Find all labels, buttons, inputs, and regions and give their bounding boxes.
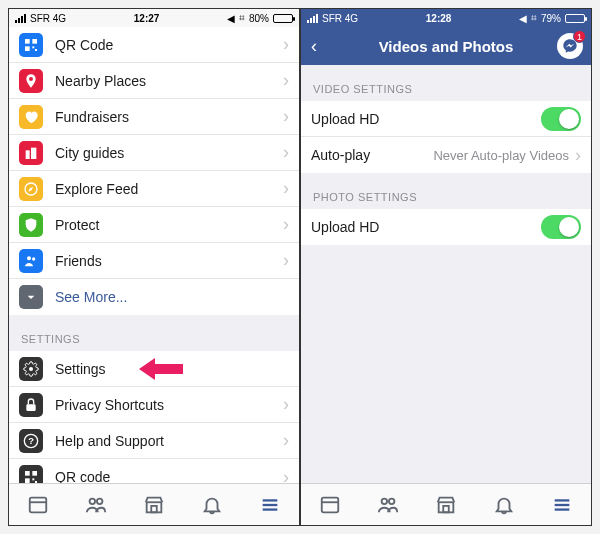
menu-item-label: Help and Support <box>55 433 283 449</box>
svg-point-8 <box>27 256 31 260</box>
svg-rect-3 <box>32 46 34 48</box>
friends-icon <box>19 249 43 273</box>
svg-rect-24 <box>151 505 157 511</box>
svg-rect-14 <box>25 471 30 476</box>
setting-row-upload-hd[interactable]: Upload HD <box>301 101 591 137</box>
clock: 12:28 <box>426 13 452 24</box>
svg-rect-5 <box>26 150 30 159</box>
tab-menu[interactable] <box>241 494 299 516</box>
nav-bar: ‹ Videos and Photos 1 <box>301 27 591 65</box>
svg-point-30 <box>382 498 388 504</box>
tab-feed[interactable] <box>301 494 359 516</box>
chevron-right-icon: › <box>283 178 289 199</box>
menu-item-nearby-places[interactable]: Nearby Places› <box>9 63 299 99</box>
battery-icon <box>565 14 585 23</box>
chevron-right-icon: › <box>283 467 289 484</box>
help-icon: ? <box>19 429 43 453</box>
tab-menu[interactable] <box>533 494 591 516</box>
pin-icon <box>19 69 43 93</box>
menu-item-qr-code[interactable]: QR Code› <box>9 27 299 63</box>
svg-point-22 <box>97 498 103 504</box>
heart-icon <box>19 105 43 129</box>
battery-pct: 80% <box>249 13 269 24</box>
svg-rect-11 <box>26 404 35 411</box>
svg-rect-19 <box>30 497 47 512</box>
tab-friends[interactable] <box>67 494 125 516</box>
menu-item-see-more[interactable]: See More... <box>9 279 299 315</box>
tab-notifications[interactable] <box>183 494 241 516</box>
location-icon: ◀ <box>519 13 527 24</box>
nav-title: Videos and Photos <box>379 38 514 55</box>
chevron-right-icon: › <box>575 145 581 166</box>
right-screenshot: SFR 4G 12:28 ◀ ⌗ 79% ‹ Videos and Photos… <box>300 8 592 526</box>
menu-item-label: Nearby Places <box>55 73 283 89</box>
tab-friends[interactable] <box>359 494 417 516</box>
city-icon <box>19 141 43 165</box>
messenger-badge: 1 <box>573 30 586 43</box>
menu-item-settings[interactable]: Settings <box>9 351 299 387</box>
svg-rect-16 <box>25 478 30 483</box>
menu-item-explore-feed[interactable]: Explore Feed› <box>9 171 299 207</box>
compass-icon <box>19 177 43 201</box>
carrier-label: SFR 4G <box>322 13 358 24</box>
video-section-header: VIDEO SETTINGS <box>301 65 591 101</box>
menu-content: QR Code›Nearby Places›Fundraisers›City g… <box>9 27 299 483</box>
svg-point-9 <box>32 257 35 260</box>
messenger-button[interactable]: 1 <box>557 33 583 59</box>
setting-label: Auto-play <box>311 147 433 163</box>
svg-rect-28 <box>322 497 339 512</box>
menu-item-protect[interactable]: Protect› <box>9 207 299 243</box>
qr-icon <box>19 33 43 57</box>
svg-point-21 <box>90 498 96 504</box>
tab-marketplace[interactable] <box>125 494 183 516</box>
tab-notifications[interactable] <box>475 494 533 516</box>
battery-pct: 79% <box>541 13 561 24</box>
gear-icon <box>19 357 43 381</box>
menu-item-label: Explore Feed <box>55 181 283 197</box>
tab-marketplace[interactable] <box>417 494 475 516</box>
chevron-right-icon: › <box>283 70 289 91</box>
bluetooth-icon: ⌗ <box>531 12 537 24</box>
clock: 12:27 <box>134 13 160 24</box>
left-screenshot: SFR 4G 12:27 ◀ ⌗ 80% QR Code›Nearby Plac… <box>8 8 300 526</box>
chevron-right-icon: › <box>283 34 289 55</box>
svg-rect-32 <box>439 502 454 512</box>
toggle-switch[interactable] <box>541 215 581 239</box>
bluetooth-icon: ⌗ <box>239 12 245 24</box>
tab-bar <box>301 483 591 525</box>
location-icon: ◀ <box>227 13 235 24</box>
chevron-right-icon: › <box>283 214 289 235</box>
shield-icon <box>19 213 43 237</box>
menu-item-label: QR code <box>55 469 283 483</box>
status-bar: SFR 4G 12:28 ◀ ⌗ 79% <box>301 9 591 27</box>
menu-item-city-guides[interactable]: City guides› <box>9 135 299 171</box>
menu-item-label: Fundraisers <box>55 109 283 125</box>
svg-rect-15 <box>32 471 37 476</box>
toggle-switch[interactable] <box>541 107 581 131</box>
svg-rect-17 <box>32 478 34 480</box>
chevron-right-icon: › <box>283 250 289 271</box>
chevron-right-icon: › <box>283 106 289 127</box>
menu-item-qr-code[interactable]: QR code› <box>9 459 299 483</box>
svg-rect-1 <box>32 39 37 44</box>
setting-row-auto-play[interactable]: Auto-playNever Auto-play Videos› <box>301 137 591 173</box>
svg-rect-2 <box>25 46 30 51</box>
carrier-label: SFR 4G <box>30 13 66 24</box>
svg-rect-33 <box>443 505 449 511</box>
menu-item-friends[interactable]: Friends› <box>9 243 299 279</box>
svg-rect-6 <box>31 147 36 158</box>
setting-row-upload-hd[interactable]: Upload HD <box>301 209 591 245</box>
menu-item-help-and-support[interactable]: ?Help and Support› <box>9 423 299 459</box>
chevdown-icon <box>19 285 43 309</box>
svg-rect-0 <box>25 39 30 44</box>
menu-item-fundraisers[interactable]: Fundraisers› <box>9 99 299 135</box>
setting-label: Upload HD <box>311 219 541 235</box>
chevron-right-icon: › <box>283 142 289 163</box>
battery-icon <box>273 14 293 23</box>
menu-item-label: See More... <box>55 289 289 305</box>
menu-item-label: Friends <box>55 253 283 269</box>
back-button[interactable]: ‹ <box>311 36 317 57</box>
menu-item-privacy-shortcuts[interactable]: Privacy Shortcuts› <box>9 387 299 423</box>
setting-value: Never Auto-play Videos <box>433 148 569 163</box>
tab-feed[interactable] <box>9 494 67 516</box>
